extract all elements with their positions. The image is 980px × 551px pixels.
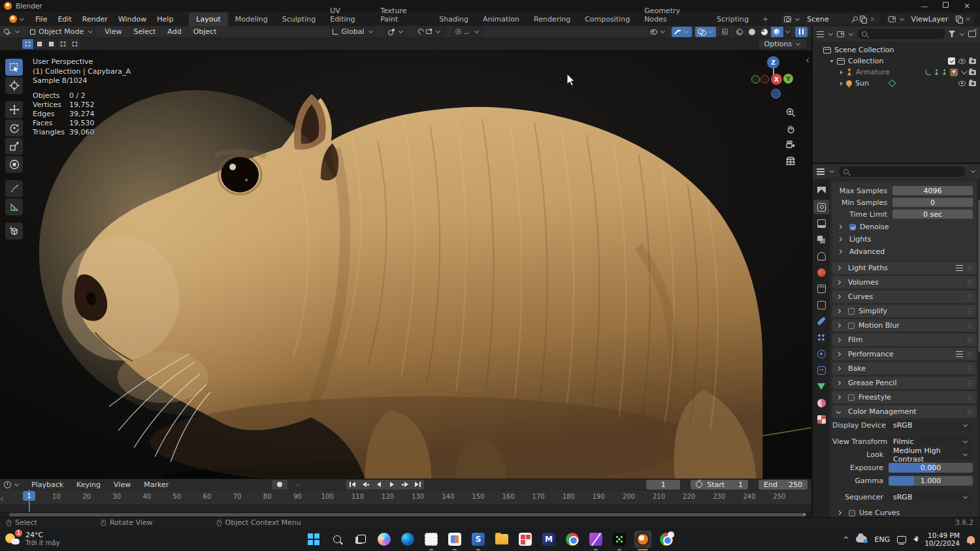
- show-gizmo-toggle[interactable]: [672, 27, 692, 37]
- copy-icon[interactable]: [956, 16, 962, 22]
- editor-type-button[interactable]: [4, 29, 20, 35]
- properties-section-header[interactable]: Film: [832, 334, 977, 346]
- tab-constraints[interactable]: [813, 363, 829, 377]
- tab-view-layer[interactable]: [813, 232, 829, 247]
- property-value-field[interactable]: 0 sec: [892, 210, 973, 219]
- properties-section-header[interactable]: Performance: [832, 348, 977, 360]
- properties-section-header[interactable]: Motion Blur: [832, 319, 977, 332]
- properties-section-header[interactable]: Lights: [836, 233, 973, 245]
- hide-eye-icon[interactable]: [958, 81, 966, 86]
- close-icon[interactable]: ✕: [964, 16, 972, 23]
- hide-eye-icon[interactable]: [958, 59, 966, 64]
- mode-selector[interactable]: Object Mode: [27, 27, 97, 37]
- select-mode-intersect[interactable]: [69, 39, 80, 49]
- drag-grip-icon[interactable]: [967, 394, 972, 401]
- viewport-3d[interactable]: User Perspective (1) Collection | Capyba…: [0, 51, 811, 479]
- properties-section-header[interactable]: Advanced: [836, 245, 973, 258]
- disclosure-triangle-icon[interactable]: [830, 60, 834, 63]
- workspace-tab[interactable]: Scripting: [710, 12, 756, 26]
- shading-dropdown[interactable]: [783, 27, 792, 37]
- next-keyframe-button[interactable]: [399, 480, 411, 490]
- measure-tool[interactable]: [5, 198, 23, 215]
- menu-item[interactable]: Help: [152, 13, 178, 25]
- workspace-tab[interactable]: Modeling: [228, 12, 275, 26]
- select-mode-set[interactable]: [22, 39, 33, 49]
- shading-material-button[interactable]: [759, 27, 771, 37]
- tab-material[interactable]: [813, 396, 829, 410]
- properties-section-header[interactable]: Freestyle: [832, 391, 977, 403]
- edge-button[interactable]: [399, 531, 416, 548]
- transform-tool[interactable]: [5, 156, 23, 173]
- tab-world[interactable]: [813, 265, 829, 279]
- store-app-button[interactable]: [446, 531, 463, 548]
- annotate-tool[interactable]: [5, 180, 23, 197]
- viewport-menu-item[interactable]: Object: [192, 27, 218, 36]
- outliner-row-collection[interactable]: Collection: [813, 55, 980, 67]
- timeline-track[interactable]: [0, 504, 811, 512]
- gizmo-y-negative[interactable]: [751, 75, 760, 84]
- copilot-button[interactable]: [376, 531, 393, 548]
- snipping-tool-button[interactable]: [423, 531, 440, 548]
- viewport-menu-item[interactable]: Add: [166, 27, 182, 36]
- outliner-editor-icon[interactable]: [817, 31, 824, 37]
- timeline-scrollbar[interactable]: [0, 512, 811, 517]
- tab-tool[interactable]: [813, 183, 829, 198]
- properties-section-header[interactable]: Light Paths: [832, 262, 977, 274]
- outliner-search-input[interactable]: [857, 29, 945, 39]
- cursor-tool[interactable]: [5, 77, 23, 94]
- tab-scene[interactable]: [813, 249, 829, 263]
- gizmo-x-negative[interactable]: [760, 75, 769, 84]
- chevron-down-icon[interactable]: [971, 168, 975, 173]
- viewport-menu-item[interactable]: Select: [132, 27, 157, 36]
- m-app-button[interactable]: M: [540, 531, 557, 548]
- drag-grip-icon[interactable]: [967, 323, 972, 329]
- shading-wireframe-button[interactable]: [734, 27, 746, 37]
- proportional-edit-button[interactable]: [451, 27, 483, 37]
- orthographic-grid-icon[interactable]: [785, 156, 796, 166]
- select-mode-invert[interactable]: [57, 39, 69, 49]
- gamma-slider[interactable]: 1.000: [889, 476, 973, 486]
- tab-output[interactable]: [813, 216, 829, 230]
- timeline-ruler[interactable]: 1102030405060708090100110120130140150160…: [0, 490, 811, 504]
- snap-button[interactable]: [414, 27, 445, 37]
- workspace-tab[interactable]: Sculpting: [275, 12, 323, 26]
- menu-item[interactable]: Render: [77, 13, 113, 25]
- tab-object[interactable]: [813, 298, 829, 312]
- play-button[interactable]: [385, 480, 398, 490]
- workspace-tab[interactable]: Texture Paint: [373, 4, 432, 26]
- select-mode-subtract[interactable]: [46, 39, 57, 49]
- workspace-tab[interactable]: Compositing: [578, 12, 637, 26]
- properties-editor-icon[interactable]: [817, 168, 825, 175]
- scrollbar-thumb[interactable]: [9, 513, 806, 516]
- chrome-button[interactable]: [564, 531, 581, 548]
- timeline-editor-type-button[interactable]: [4, 481, 20, 488]
- rotate-tool[interactable]: [5, 119, 23, 136]
- hidden-eye-icon[interactable]: [961, 68, 968, 74]
- property-value-field[interactable]: 4096: [892, 186, 973, 195]
- frame-start-field[interactable]: Start 1: [691, 480, 748, 490]
- collection-checkbox[interactable]: [948, 57, 955, 65]
- section-checkbox[interactable]: [848, 308, 855, 315]
- blender-taskbar-button[interactable]: [634, 531, 651, 548]
- file-explorer-button[interactable]: [493, 531, 510, 548]
- timeline-menu-item[interactable]: Keying: [71, 479, 106, 491]
- tab-physics[interactable]: [813, 347, 829, 361]
- look-select[interactable]: Medium High Contrast: [889, 450, 973, 460]
- playhead-marker[interactable]: 1: [23, 491, 35, 501]
- tab-particles[interactable]: [813, 330, 829, 345]
- tab-object-data[interactable]: [813, 379, 829, 394]
- list-icon[interactable]: [956, 351, 963, 357]
- property-value-field[interactable]: 0: [892, 198, 973, 207]
- navigation-gizmo[interactable]: Z X Y: [751, 56, 797, 101]
- affinity-button[interactable]: [587, 531, 604, 548]
- menu-item[interactable]: File: [30, 13, 52, 25]
- use-curves-checkbox[interactable]: [849, 510, 855, 516]
- notification-bell-icon[interactable]: [967, 536, 975, 543]
- gizmo-z-negative[interactable]: [771, 89, 781, 99]
- show-overlays-toggle[interactable]: [695, 27, 716, 37]
- taskbar-search-button[interactable]: [329, 531, 346, 548]
- properties-section-header[interactable]: Curves: [832, 291, 977, 303]
- retro-game-button[interactable]: [611, 531, 628, 548]
- gizmo-y-axis[interactable]: Y: [783, 74, 793, 84]
- add-workspace-button[interactable]: +: [757, 13, 774, 25]
